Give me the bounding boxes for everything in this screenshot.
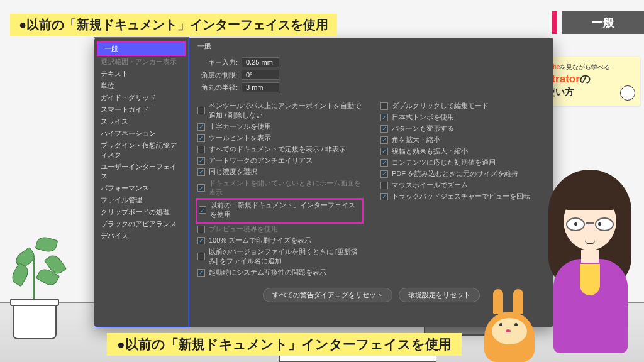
- checkbox-label: コンテンツに応じた初期値を適用: [392, 158, 496, 167]
- checkbox-icon[interactable]: [197, 253, 205, 260]
- promo-avatar-icon: [620, 85, 635, 101]
- checkbox-row[interactable]: 100% ズームで印刷サイズを表示: [197, 236, 362, 245]
- general-tab-label: 一般: [592, 15, 614, 30]
- bottom-title-banner: ●以前の「新規ドキュメント」インターフェイスを使用: [107, 333, 462, 356]
- checkbox-icon[interactable]: [197, 269, 205, 277]
- key-input-label: キー入力:: [197, 58, 242, 67]
- panel-title: 一般: [197, 41, 545, 51]
- checkbox-row[interactable]: 角を拡大・縮小: [380, 135, 545, 145]
- checkbox-label: 以前の「新規ドキュメント」インターフェイスを使用: [210, 200, 360, 219]
- reset-prefs-button[interactable]: 環境設定をリセット: [399, 288, 480, 302]
- checkbox-row[interactable]: 以前の「新規ドキュメント」インターフェイスを使用: [199, 200, 360, 219]
- checkbox-row[interactable]: ドキュメントを開いていないときにホーム画面を表示: [197, 178, 362, 197]
- checkbox-col-left: ペンツールでパス上にアンカーポイントを自動で追加 / 削除しない十字カーソルを使…: [197, 101, 362, 279]
- sidebar-item[interactable]: ブラックのアピアランス: [94, 218, 188, 230]
- corner-label: 角丸の半径:: [197, 83, 242, 92]
- promo-line1: Tubeを見ながら学べる: [546, 63, 634, 72]
- angle-label: 角度の制限:: [197, 70, 242, 80]
- checkbox-row[interactable]: 日本式トンボを使用: [380, 112, 545, 122]
- sidebar-highlight-frame: 一般: [97, 41, 186, 56]
- checkbox-row[interactable]: プレビュー境界を使用: [197, 224, 362, 234]
- sidebar-item[interactable]: 単位: [94, 80, 188, 92]
- checkbox-icon[interactable]: [380, 102, 388, 110]
- sidebar-item[interactable]: ガイド・グリッド: [94, 92, 188, 104]
- top-title-banner: ●以前の「新規ドキュメント」インターフェイスを使用: [10, 14, 337, 36]
- sidebar-item[interactable]: ハイフネーション: [94, 128, 188, 140]
- checkbox-label: 日本式トンボを使用: [392, 112, 454, 122]
- checkbox-label: トラックパッドジェスチャーでビューを回転: [392, 192, 530, 201]
- checkbox-label: 同じ濃度を選択: [209, 167, 257, 177]
- tab-accent: [552, 11, 557, 34]
- checkbox-icon[interactable]: [197, 134, 205, 142]
- checkbox-columns: ペンツールでパス上にアンカーポイントを自動で追加 / 削除しない十字カーソルを使…: [197, 101, 545, 279]
- checkbox-icon[interactable]: [197, 226, 205, 233]
- checkbox-label: 十字カーソルを使用: [209, 122, 271, 131]
- checkbox-icon[interactable]: [380, 193, 388, 200]
- checkbox-row[interactable]: すべてのドキュメントで定規を表示 / 非表示: [197, 145, 362, 154]
- checkbox-row[interactable]: アートワークのアンチエイリアス: [197, 156, 362, 165]
- checkbox-row[interactable]: ダブルクリックして編集モード: [380, 101, 545, 111]
- sidebar-item[interactable]: パフォーマンス: [94, 182, 188, 194]
- sidebar-item[interactable]: 選択範囲・アンカー表示: [94, 56, 188, 68]
- checkbox-label: ドキュメントを開いていないときにホーム画面を表示: [209, 178, 362, 197]
- checkbox-row[interactable]: 十字カーソルを使用: [197, 122, 362, 131]
- sidebar-item[interactable]: ユーザーインターフェイス: [94, 161, 188, 182]
- checkbox-icon[interactable]: [197, 146, 205, 153]
- sidebar-item[interactable]: 一般: [98, 43, 184, 55]
- angle-field[interactable]: [242, 70, 279, 80]
- angle-field-row: 角度の制限:: [197, 70, 545, 80]
- checkbox-icon[interactable]: [380, 148, 388, 155]
- corner-field[interactable]: [242, 82, 279, 92]
- checkbox-row[interactable]: 起動時にシステム互換性の問題を表示: [197, 268, 362, 277]
- checkbox-row[interactable]: 線幅と効果も拡大・縮小: [380, 146, 545, 156]
- checkbox-icon[interactable]: [197, 168, 205, 176]
- corner-field-row: 角丸の半径:: [197, 82, 545, 92]
- checkbox-label: 線幅と効果も拡大・縮小: [392, 146, 468, 156]
- reset-warnings-button[interactable]: すべての警告ダイアログをリセット: [263, 288, 392, 302]
- highlighted-checkbox-frame: 以前の「新規ドキュメント」インターフェイスを使用: [196, 198, 364, 224]
- checkbox-row[interactable]: ペンツールでパス上にアンカーポイントを自動で追加 / 削除しない: [197, 101, 362, 120]
- checkbox-label: アートワークのアンチエイリアス: [209, 156, 313, 165]
- checkbox-label: パターンも変形する: [392, 124, 454, 133]
- checkbox-icon[interactable]: [380, 170, 388, 178]
- checkbox-icon[interactable]: [197, 157, 205, 165]
- checkbox-label: ダブルクリックして編集モード: [392, 101, 489, 111]
- checkbox-row[interactable]: 以前のバージョンファイルを開くときに [更新済み] をファイル名に追加: [197, 247, 362, 266]
- checkbox-label: すべてのドキュメントで定規を表示 / 非表示: [209, 145, 346, 154]
- checkbox-icon[interactable]: [199, 206, 206, 214]
- sidebar-item[interactable]: テキスト: [94, 68, 188, 80]
- checkbox-label: ツールヒントを表示: [209, 133, 271, 143]
- checkbox-icon[interactable]: [380, 159, 388, 167]
- checkbox-icon[interactable]: [380, 114, 388, 121]
- preferences-main-panel: 一般 キー入力: 角度の制限: 角丸の半径: ペンツールでパス上にアンカーポイン…: [189, 38, 553, 327]
- bottom-title-text: ●以前の「新規ドキュメント」インターフェイスを使用: [117, 337, 452, 351]
- checkbox-row[interactable]: 同じ濃度を選択: [197, 167, 362, 177]
- sidebar-item[interactable]: スライス: [94, 116, 188, 128]
- checkbox-icon[interactable]: [197, 237, 205, 244]
- checkbox-icon[interactable]: [197, 107, 205, 114]
- sidebar-item[interactable]: クリップボードの処理: [94, 206, 188, 218]
- checkbox-label: 100% ズームで印刷サイズを表示: [209, 236, 311, 245]
- checkbox-row[interactable]: ツールヒントを表示: [197, 133, 362, 143]
- checkbox-icon[interactable]: [197, 123, 205, 131]
- checkbox-label: PDF を読み込むときに元のサイズを維持: [392, 169, 518, 178]
- checkbox-icon[interactable]: [380, 136, 388, 144]
- top-title-text: ●以前の「新規ドキュメント」インターフェイスを使用: [19, 18, 328, 31]
- key-input-field[interactable]: [242, 57, 279, 67]
- sidebar-item[interactable]: デバイス: [94, 230, 188, 242]
- sidebar-item[interactable]: ファイル管理: [94, 194, 188, 206]
- checkbox-icon[interactable]: [380, 125, 388, 133]
- preferences-dialog: 一般選択範囲・アンカー表示テキスト単位ガイド・グリッドスマートガイドスライスハイ…: [94, 38, 553, 327]
- checkbox-label: マウスホイールでズーム: [392, 180, 468, 190]
- checkbox-label: 起動時にシステム互換性の問題を表示: [209, 268, 326, 277]
- numeric-fields: キー入力: 角度の制限: 角丸の半径:: [197, 57, 545, 92]
- checkbox-icon[interactable]: [380, 182, 388, 189]
- sidebar-item[interactable]: プラグイン・仮想記憶ディスク: [94, 140, 188, 161]
- plant-illustration: [0, 233, 88, 339]
- checkbox-row[interactable]: コンテンツに応じた初期値を適用: [380, 158, 545, 167]
- checkbox-icon[interactable]: [197, 184, 205, 192]
- checkbox-row[interactable]: パターンも変形する: [380, 124, 545, 133]
- sidebar-item[interactable]: スマートガイド: [94, 104, 188, 116]
- checkbox-label: プレビュー境界を使用: [209, 224, 278, 234]
- animal-illustration: [474, 287, 543, 362]
